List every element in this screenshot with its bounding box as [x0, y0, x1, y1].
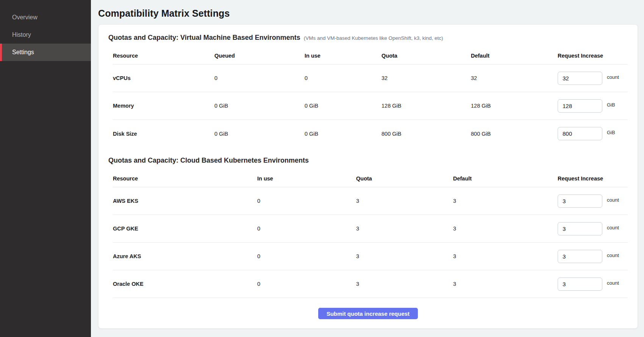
column-header-default: Default — [471, 53, 558, 59]
queued-value: 0 — [214, 75, 305, 81]
column-header-in-use: In use — [305, 53, 381, 59]
in-use-value: 0 — [305, 75, 381, 81]
default-value: 3 — [453, 226, 558, 232]
table-row-vcpus: vCPUs 0 0 32 32 count — [113, 64, 628, 92]
vm-table: Resource Queued In use Quota Default Req… — [113, 47, 628, 147]
column-header-resource: Resource — [113, 176, 257, 182]
request-increase-input[interactable] — [558, 99, 602, 113]
resource-name: AWS EKS — [113, 198, 257, 204]
submit-row: Submit quota increase request — [108, 308, 628, 319]
cloud-section-title: Quotas and Capacity: Cloud Based Kuberne… — [108, 157, 309, 165]
sidebar-item-label: Overview — [12, 14, 38, 21]
request-increase-input[interactable] — [558, 277, 602, 291]
column-header-queued: Queued — [214, 53, 305, 59]
default-value: 128 GiB — [471, 103, 558, 109]
resource-name: Disk Size — [113, 131, 214, 137]
request-increase-cell: count — [558, 222, 628, 235]
sidebar-item-label: Settings — [12, 49, 34, 56]
table-row-oracle-oke: Oracle OKE 0 3 3 count — [113, 270, 628, 298]
request-increase-input[interactable] — [558, 127, 602, 140]
table-row-azure-aks: Azure AKS 0 3 3 count — [113, 243, 628, 270]
page-title: Compatibility Matrix Settings — [98, 8, 638, 19]
table-row-memory: Memory 0 GiB 0 GiB 128 GiB 128 GiB GiB — [113, 92, 628, 120]
quota-value: 800 GiB — [381, 131, 471, 137]
vm-section-title: Quotas and Capacity: Virtual Machine Bas… — [108, 34, 300, 42]
in-use-value: 0 GiB — [305, 131, 381, 137]
table-row-gcp-gke: GCP GKE 0 3 3 count — [113, 215, 628, 243]
unit-label: GiB — [607, 102, 615, 108]
request-increase-cell: count — [558, 250, 628, 263]
queued-value: 0 GiB — [214, 103, 305, 109]
cloud-section-header: Quotas and Capacity: Cloud Based Kuberne… — [108, 157, 628, 165]
resource-name: Oracle OKE — [113, 281, 257, 287]
vm-section-header: Quotas and Capacity: Virtual Machine Bas… — [108, 34, 628, 42]
request-increase-input[interactable] — [558, 222, 602, 235]
cloud-table-header-row: Resource In use Quota Default Request In… — [113, 170, 628, 187]
resource-name: vCPUs — [113, 75, 214, 81]
active-indicator — [0, 44, 2, 61]
in-use-value: 0 — [257, 198, 356, 204]
default-value: 800 GiB — [471, 131, 558, 137]
quota-value: 3 — [356, 281, 453, 287]
column-header-resource: Resource — [113, 53, 214, 59]
default-value: 3 — [453, 198, 558, 204]
resource-name: Memory — [113, 103, 214, 109]
quota-value: 3 — [356, 253, 453, 259]
quota-value: 3 — [356, 226, 453, 232]
vm-table-header-row: Resource Queued In use Quota Default Req… — [113, 47, 628, 64]
table-row-aws-eks: AWS EKS 0 3 3 count — [113, 187, 628, 215]
unit-label: count — [607, 74, 619, 80]
sidebar-item-settings[interactable]: Settings — [0, 44, 91, 61]
column-header-in-use: In use — [257, 176, 356, 182]
column-header-quota: Quota — [356, 176, 453, 182]
resource-name: GCP GKE — [113, 226, 257, 232]
sidebar-item-history[interactable]: History — [0, 26, 91, 44]
sidebar: Overview History Settings — [0, 0, 91, 337]
request-increase-cell: count — [558, 277, 628, 291]
in-use-value: 0 — [257, 281, 356, 287]
queued-value: 0 GiB — [214, 131, 305, 137]
request-increase-input[interactable] — [558, 250, 602, 263]
settings-card: Quotas and Capacity: Virtual Machine Bas… — [98, 24, 638, 329]
request-increase-cell: count — [558, 194, 628, 208]
column-header-request-increase: Request Increase — [558, 176, 628, 182]
quota-value: 32 — [381, 75, 471, 81]
request-increase-cell: GiB — [558, 127, 628, 140]
sidebar-item-overview[interactable]: Overview — [0, 9, 91, 26]
unit-label: count — [607, 225, 619, 230]
in-use-value: 0 — [257, 253, 356, 259]
table-row-disk-size: Disk Size 0 GiB 0 GiB 800 GiB 800 GiB Gi… — [113, 120, 628, 147]
default-value: 32 — [471, 75, 558, 81]
cloud-table: Resource In use Quota Default Request In… — [113, 170, 628, 298]
in-use-value: 0 GiB — [305, 103, 381, 109]
sidebar-item-label: History — [12, 31, 31, 38]
default-value: 3 — [453, 253, 558, 259]
quota-value: 128 GiB — [381, 103, 471, 109]
default-value: 3 — [453, 281, 558, 287]
unit-label: count — [607, 280, 619, 286]
request-increase-cell: GiB — [558, 99, 628, 113]
vm-section-subtitle: (VMs and VM-based Kubernetes like OpenSh… — [304, 35, 443, 41]
in-use-value: 0 — [257, 226, 356, 232]
request-increase-input[interactable] — [558, 194, 602, 208]
request-increase-cell: count — [558, 72, 628, 85]
main-content: Compatibility Matrix Settings Quotas and… — [91, 0, 644, 337]
column-header-request-increase: Request Increase — [558, 53, 628, 59]
column-header-quota: Quota — [381, 53, 471, 59]
submit-quota-increase-button[interactable]: Submit quota increase request — [318, 308, 418, 319]
unit-label: count — [607, 252, 619, 258]
request-increase-input[interactable] — [558, 72, 602, 85]
resource-name: Azure AKS — [113, 253, 257, 259]
unit-label: count — [607, 197, 619, 203]
unit-label: GiB — [607, 130, 615, 135]
quota-value: 3 — [356, 198, 453, 204]
column-header-default: Default — [453, 176, 558, 182]
